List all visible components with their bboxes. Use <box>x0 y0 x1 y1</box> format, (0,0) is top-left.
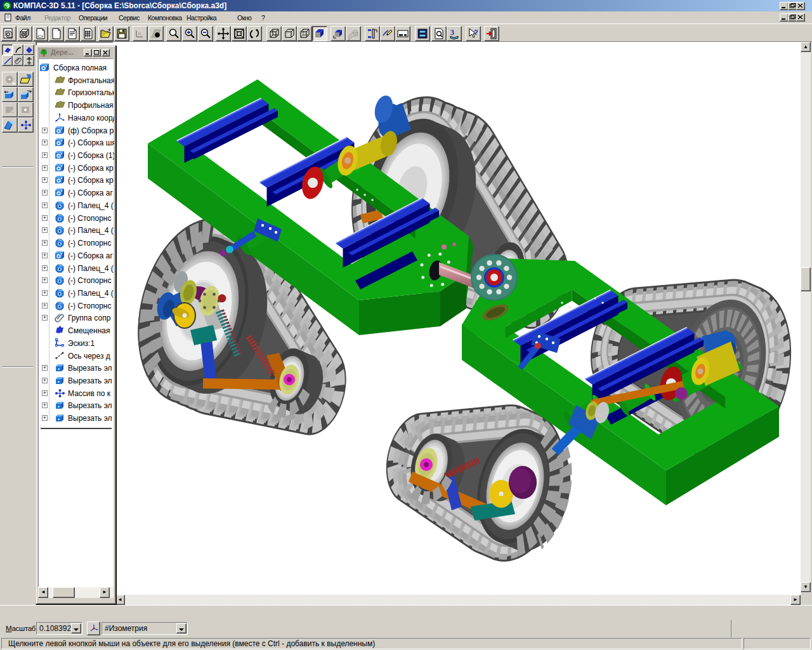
svg-text:?: ? <box>474 29 478 36</box>
svg-text:3: 3 <box>450 28 454 37</box>
